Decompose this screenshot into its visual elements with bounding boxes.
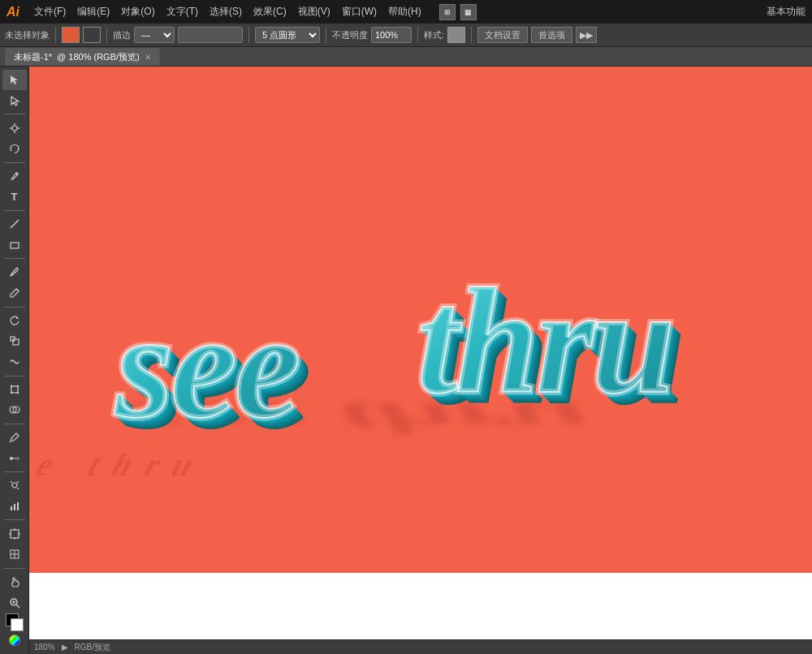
lasso-btn[interactable] (2, 139, 27, 159)
pencil-btn[interactable] (2, 283, 27, 303)
eyedropper-btn[interactable] (2, 428, 27, 448)
main-area: T (0, 67, 812, 654)
hand-btn[interactable] (2, 572, 27, 592)
line-btn[interactable] (2, 214, 27, 234)
slice-btn[interactable] (2, 544, 27, 565)
svg-line-8 (16, 289, 19, 291)
toolbar-separator-2 (106, 27, 107, 43)
svg-point-25 (17, 488, 19, 489)
toolbar-separator-6 (471, 27, 472, 43)
canvas-area: see thru see see see see see see see see… (29, 67, 812, 654)
menu-select[interactable]: 选择(S) (205, 3, 247, 20)
magic-wand-btn[interactable] (2, 118, 27, 138)
pen-btn[interactable] (2, 166, 27, 187)
menu-object[interactable]: 对象(O) (116, 3, 159, 20)
app-logo: Ai (6, 5, 19, 19)
svg-point-14 (10, 392, 11, 394)
fill-color-box[interactable] (62, 27, 80, 43)
free-transform-btn[interactable] (2, 379, 27, 399)
svg-point-19 (10, 457, 13, 460)
toolbar-separator-3 (248, 27, 249, 43)
stroke-value-input[interactable] (178, 27, 243, 43)
menu-window[interactable]: 窗口(W) (337, 3, 382, 20)
svg-text:thru: thru (417, 257, 672, 424)
opacity-label: 不透明度 (332, 29, 368, 41)
style-preview[interactable] (447, 27, 465, 43)
svg-point-15 (16, 392, 18, 394)
type-btn[interactable]: T (2, 187, 27, 207)
tool-separator-9 (4, 519, 25, 520)
title-bar: Ai 文件(F) 编辑(E) 对象(O) 文字(T) 选择(S) 效果(C) 视… (0, 0, 812, 24)
artwork-svg: see thru see see see see see see see see… (29, 67, 812, 639)
svg-rect-29 (11, 530, 19, 538)
tool-separator-4 (4, 258, 25, 259)
doc-settings-button[interactable]: 文档设置 (477, 27, 528, 43)
tool-separator-3 (4, 210, 25, 211)
color-mode-label: RGB/预览 (75, 642, 110, 653)
chart-btn[interactable] (2, 497, 27, 517)
color-wheel[interactable] (9, 635, 20, 646)
stroke-color-box[interactable] (83, 27, 101, 43)
status-bar: 180% ▶ RGB/预览 (29, 639, 812, 654)
svg-point-13 (16, 385, 18, 387)
toolbar-separator-5 (417, 27, 418, 43)
menu-bar[interactable]: 文件(F) 编辑(E) 对象(O) 文字(T) 选择(S) 效果(C) 视图(V… (29, 3, 426, 20)
fill-stroke-widget[interactable] (6, 613, 24, 631)
stroke-label: 描边 (113, 29, 131, 41)
svg-rect-9 (13, 339, 19, 345)
icon-btn-1[interactable]: ⊞ (439, 4, 456, 20)
toolbar-separator-1 (55, 27, 56, 43)
tab-close-icon[interactable]: ✕ (145, 53, 151, 62)
menu-view[interactable]: 视图(V) (293, 3, 335, 20)
artboard-btn[interactable] (2, 523, 27, 544)
shape-builder-btn[interactable] (2, 400, 27, 420)
icon-btn-2[interactable]: ▦ (460, 4, 477, 20)
tool-separator-10 (4, 568, 25, 569)
rotate-btn[interactable] (2, 310, 27, 330)
menu-type[interactable]: 文字(T) (162, 3, 203, 20)
selection-tool-btn[interactable] (2, 70, 27, 90)
tool-separator-8 (4, 471, 25, 472)
rect-btn[interactable] (2, 235, 27, 256)
svg-line-38 (16, 605, 19, 608)
style-label: 样式: (424, 29, 444, 41)
brush-btn[interactable] (2, 262, 27, 282)
blend-btn[interactable] (2, 448, 27, 468)
opacity-input[interactable] (371, 27, 412, 43)
svg-point-24 (17, 481, 19, 483)
menu-help[interactable]: 帮助(H) (383, 3, 426, 20)
left-toolbar: T (0, 67, 29, 654)
svg-point-5 (15, 172, 18, 174)
svg-text:see: see (114, 282, 298, 449)
tool-separator-2 (4, 162, 25, 163)
warp-btn[interactable] (2, 352, 27, 372)
menu-edit[interactable]: 编辑(E) (72, 3, 114, 20)
symbol-spray-btn[interactable] (2, 475, 27, 496)
no-selection-label: 未选择对象 (5, 29, 50, 41)
point-type-select[interactable]: 5 点圆形 (255, 27, 320, 43)
tool-separator-7 (4, 424, 25, 424)
menu-effect[interactable]: 效果(C) (248, 3, 292, 20)
more-options-button[interactable]: ▶▶ (576, 27, 597, 43)
svg-point-12 (10, 385, 11, 387)
zoom-level: 180% (34, 643, 55, 652)
svg-point-4 (12, 126, 17, 131)
menu-file[interactable]: 文件(F) (29, 3, 71, 20)
workspace-label: 基本功能 (767, 5, 806, 19)
svg-point-22 (12, 483, 17, 488)
preferences-button[interactable]: 首选项 (531, 27, 572, 43)
tab-bar: 未标题-1* @ 180% (RGB/预览) ✕ (0, 47, 812, 67)
zoom-btn[interactable] (2, 592, 27, 613)
tab-info: @ 180% (RGB/预览) (57, 51, 140, 63)
scale-btn[interactable] (2, 331, 27, 351)
stroke-select[interactable]: — (134, 27, 175, 43)
svg-point-20 (16, 457, 19, 460)
svg-rect-28 (17, 502, 19, 510)
svg-rect-26 (11, 506, 12, 510)
svg-rect-27 (14, 504, 15, 510)
tab-document[interactable]: 未标题-1* @ 180% (RGB/预览) ✕ (5, 48, 160, 66)
svg-line-6 (11, 220, 19, 228)
svg-rect-7 (11, 243, 19, 248)
svg-rect-11 (11, 386, 18, 393)
direct-select-btn[interactable] (2, 91, 27, 111)
